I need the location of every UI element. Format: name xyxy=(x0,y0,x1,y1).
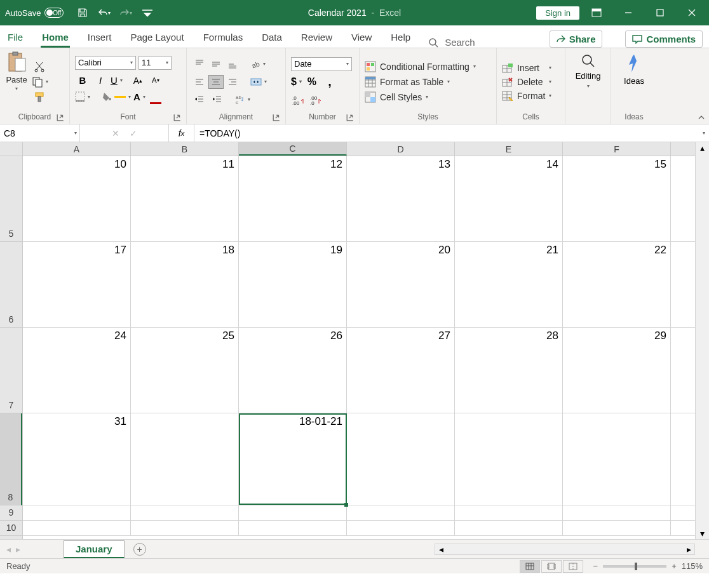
tab-insert[interactable]: Insert xyxy=(86,28,113,48)
enter-formula-icon[interactable]: ✓ xyxy=(130,128,137,138)
tab-data[interactable]: Data xyxy=(260,28,283,48)
cell[interactable]: 31 xyxy=(23,413,131,505)
comments-button[interactable]: Comments xyxy=(625,30,703,48)
add-sheet-button[interactable]: + xyxy=(133,543,146,556)
zoom-out-icon[interactable]: − xyxy=(593,561,598,571)
zoom-slider[interactable] xyxy=(603,565,666,568)
cell[interactable] xyxy=(563,505,671,520)
fx-icon[interactable]: fx xyxy=(169,124,194,142)
formula-input[interactable]: =TODAY()▾ xyxy=(194,124,709,142)
tell-me-search[interactable]: Search xyxy=(428,37,475,48)
sheet-next-icon[interactable]: ▸ xyxy=(16,544,20,554)
autosave-toggle[interactable]: AutoSave Off xyxy=(5,8,64,18)
tab-formulas[interactable]: Formulas xyxy=(202,28,245,48)
name-box[interactable]: C8▾ xyxy=(0,124,80,142)
align-top-icon[interactable] xyxy=(192,57,207,71)
qat-customize-icon[interactable] xyxy=(140,6,155,20)
tab-view[interactable]: View xyxy=(350,28,373,48)
save-icon[interactable] xyxy=(75,6,90,20)
column-header-F[interactable]: F xyxy=(563,142,671,156)
comma-icon[interactable]: , xyxy=(322,75,337,89)
row-header-6[interactable]: 6 xyxy=(0,242,22,328)
column-header-B[interactable]: B xyxy=(131,142,239,156)
tab-home[interactable]: Home xyxy=(41,28,70,48)
delete-cells-button[interactable]: Delete▾ xyxy=(502,77,551,87)
cell[interactable]: 10 xyxy=(23,156,131,241)
page-break-view-icon[interactable] xyxy=(563,560,583,573)
increase-indent-icon[interactable] xyxy=(210,93,225,107)
copy-icon[interactable]: ▾ xyxy=(32,76,48,88)
number-format-dropdown[interactable]: Date▾ xyxy=(291,57,352,71)
share-button[interactable]: Share xyxy=(550,30,603,48)
align-bottom-icon[interactable] xyxy=(225,57,240,71)
cell[interactable] xyxy=(239,521,347,535)
decrease-decimal-icon[interactable]: .00.0 xyxy=(309,93,324,107)
tab-help[interactable]: Help xyxy=(389,28,412,48)
cell[interactable]: 14 xyxy=(455,156,563,241)
cell[interactable] xyxy=(23,521,131,535)
row-header-10[interactable]: 10 xyxy=(0,521,22,536)
font-launcher-icon[interactable] xyxy=(173,114,181,121)
signin-button[interactable]: Sign in xyxy=(536,6,579,20)
decrease-font-icon[interactable]: A▾ xyxy=(148,74,163,88)
align-middle-icon[interactable] xyxy=(208,57,224,71)
underline-icon[interactable]: U▾ xyxy=(111,75,123,86)
scroll-up-icon[interactable]: ▴ xyxy=(696,142,709,154)
cell[interactable] xyxy=(131,521,239,535)
paste-button[interactable]: Paste ▾ xyxy=(5,51,28,112)
cell[interactable]: 25 xyxy=(131,328,239,413)
column-header-E[interactable]: E xyxy=(455,142,563,156)
cell[interactable]: 26 xyxy=(239,328,347,413)
cell[interactable] xyxy=(455,505,563,520)
close-icon[interactable] xyxy=(677,0,706,25)
toggle-switch[interactable]: Off xyxy=(44,8,64,18)
increase-font-icon[interactable]: A▴ xyxy=(130,74,145,88)
editing-button[interactable]: Editing▾ xyxy=(571,51,606,121)
italic-icon[interactable]: I xyxy=(93,74,108,88)
column-header-D[interactable]: D xyxy=(347,142,455,156)
cell[interactable] xyxy=(347,521,455,535)
cell[interactable]: 27 xyxy=(347,328,455,413)
cell[interactable]: 24 xyxy=(23,328,131,413)
ribbon-display-icon[interactable] xyxy=(582,0,611,25)
cell[interactable] xyxy=(23,505,131,520)
scroll-left-icon[interactable]: ◂ xyxy=(435,544,447,554)
cell[interactable]: 19 xyxy=(239,242,347,327)
sheet-tab-january[interactable]: January xyxy=(64,540,125,558)
format-as-table-button[interactable]: Format as Table▾ xyxy=(365,76,476,88)
cell[interactable] xyxy=(131,505,239,520)
scroll-right-icon[interactable]: ▸ xyxy=(683,544,694,554)
insert-cells-button[interactable]: Insert▾ xyxy=(502,63,551,73)
number-launcher-icon[interactable] xyxy=(346,114,354,121)
row-header-7[interactable]: 7 xyxy=(0,328,22,413)
select-all-button[interactable] xyxy=(0,142,23,156)
row-header-5[interactable]: 5 xyxy=(0,156,22,242)
merge-center-icon[interactable]: ▾ xyxy=(250,77,267,87)
decrease-indent-icon[interactable] xyxy=(192,93,207,107)
cell-styles-button[interactable]: Cell Styles▾ xyxy=(365,91,476,103)
collapse-ribbon-icon[interactable] xyxy=(698,114,705,121)
cell[interactable]: 18-01-21 xyxy=(239,413,347,505)
cell[interactable]: 11 xyxy=(131,156,239,241)
align-right-icon[interactable] xyxy=(225,75,240,89)
cell[interactable]: 13 xyxy=(347,156,455,241)
column-header-C[interactable]: C xyxy=(239,142,347,156)
cell[interactable] xyxy=(239,505,347,520)
font-name-dropdown[interactable]: Calibri▾ xyxy=(75,56,136,70)
fill-color-icon[interactable]: ▾ xyxy=(102,91,131,102)
align-left-icon[interactable] xyxy=(192,75,207,89)
tab-file[interactable]: File xyxy=(6,28,24,48)
scroll-down-icon[interactable]: ▾ xyxy=(696,528,709,539)
page-layout-view-icon[interactable] xyxy=(541,560,562,573)
format-painter-icon[interactable] xyxy=(32,90,47,104)
clipboard-launcher-icon[interactable] xyxy=(57,114,64,121)
align-center-icon[interactable] xyxy=(208,75,224,89)
orientation-icon[interactable]: ab▾ xyxy=(250,59,266,69)
font-size-dropdown[interactable]: 11▾ xyxy=(138,56,172,70)
percent-icon[interactable]: % xyxy=(304,75,320,89)
zoom-level[interactable]: 115% xyxy=(682,561,703,571)
conditional-formatting-button[interactable]: Conditional Formatting▾ xyxy=(365,61,476,72)
maximize-icon[interactable] xyxy=(645,0,675,25)
format-cells-button[interactable]: Format▾ xyxy=(502,91,551,101)
cell[interactable]: 18 xyxy=(131,242,239,327)
